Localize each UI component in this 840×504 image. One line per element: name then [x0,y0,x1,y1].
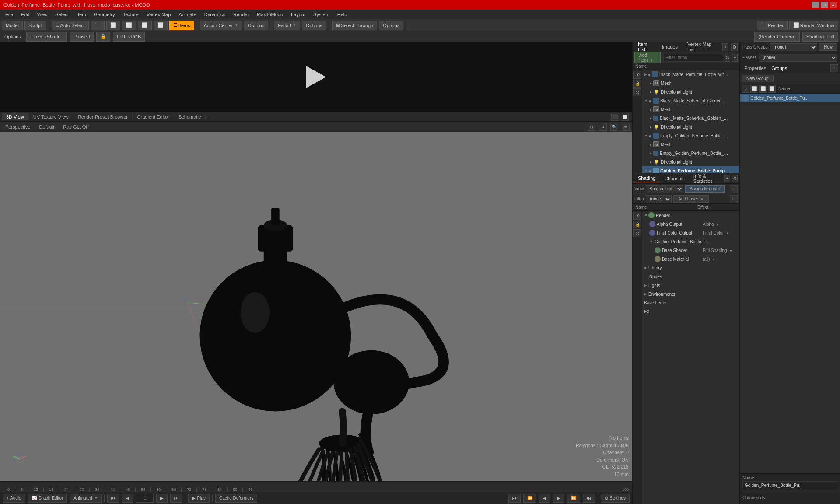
st-row-fx[interactable]: FX [642,307,739,316]
tb-icon-5[interactable]: ⬜ [154,21,168,30]
current-frame-display[interactable]: 0 [136,494,154,503]
sh-vi-1[interactable]: 👁 [634,212,641,220]
sculpt-btn[interactable]: Sculpt [24,21,46,30]
tb-icon-1[interactable]: ⬛ [91,21,105,30]
options-tab[interactable]: Options [2,33,24,40]
filter-s-btn[interactable]: S [724,54,731,62]
shading-expand-btn[interactable]: + [724,175,730,182]
shading-btn[interactable]: Shading: Full [802,32,838,42]
group-name-input[interactable] [742,481,837,489]
st-row-nodes[interactable]: Nodes [642,272,739,281]
st-row-golden-mat[interactable]: ▼ Golden_Perfume_Bottle_P... [642,237,739,246]
tab-images[interactable]: Images [658,43,681,51]
menu-maxtomodo[interactable]: MaxToModo [253,11,287,18]
preview-area[interactable] [0,42,632,112]
frame-prev-btn[interactable]: ◀ [122,494,133,503]
item-row-empty-golden[interactable]: ▼ ● Empty_Golden_Perfume_Bottle_with_Ho.… [642,131,739,140]
perspective-label[interactable]: Perspective [3,123,33,130]
menu-view[interactable]: View [34,11,51,18]
menu-geometry[interactable]: Geometry [90,11,118,18]
passes-select[interactable]: (none) [759,54,837,62]
shading-f-btn[interactable]: F [730,185,738,193]
groups-expand-btn[interactable]: + [830,64,838,72]
viewport-settings-4[interactable]: ⚙ [622,123,630,131]
shader-tree-content[interactable]: 👁 🔒 ◎ ▼ Render [633,211,739,504]
item-row-dirlight-1[interactable]: ● 💡 Directional Light [642,88,739,96]
st-row-library[interactable]: ▶ Library [642,263,739,272]
play-btn[interactable]: ▶ Play [188,494,209,503]
render-expand[interactable]: ▼ [644,213,648,217]
audio-btn[interactable]: ♪ Audio [3,494,25,503]
transport-icon-3[interactable]: ◀ [539,494,550,503]
new-group-btn[interactable]: New Group [742,75,774,82]
transport-icon-2[interactable]: ⏪ [523,494,536,503]
expand-arrow-4[interactable]: ▼ [644,168,648,173]
transport-icon-1[interactable]: ⏮ [508,494,521,503]
item-row-black-matte[interactable]: ▶ ● Black_Matte_Perfume_Bottle_with_Sli.… [642,70,739,79]
menu-dynamics[interactable]: Dynamics [201,11,229,18]
viewport-icon-2[interactable]: ⬜ [621,113,629,121]
tab-3d-view[interactable]: 3D View [2,113,29,120]
tb-icon-2[interactable]: ⬜ [106,21,120,30]
gs-icon-4[interactable]: ⬜ [768,85,776,93]
shader-tree-select[interactable]: Shader Tree [646,185,683,193]
minimize-button[interactable]: ─ [812,2,819,8]
item-list-content[interactable]: 👁 🔒 ◎ ▶ ● Black_Matte_Perfume_Bottle_wit… [633,70,739,173]
ray-gl-label[interactable]: Ray GL: Off [60,123,91,130]
cache-deformers-btn[interactable]: Cache Deformers [215,494,257,503]
filter-f2-btn[interactable]: F [730,195,738,203]
panel-settings-btn[interactable]: ⚙ [731,43,738,51]
item-row-dirlight-2[interactable]: ● 💡 Directional Light [642,122,739,131]
play-button[interactable] [303,64,329,90]
environments-expand[interactable]: ▶ [644,292,648,296]
menu-item[interactable]: Item [73,11,89,18]
menu-texture[interactable]: Texture [119,11,142,18]
pass-groups-select[interactable]: (none) [770,43,817,51]
menu-system[interactable]: System [310,11,333,18]
group-row-golden[interactable]: Golden_Perfume_Bottle_Pu... [740,94,840,102]
item-row-mesh-3[interactable]: ● M Mesh [642,140,739,149]
render-window-btn[interactable]: ⬜ Render Window [789,21,838,30]
transport-icon-6[interactable]: ⏭ [583,494,595,503]
options-1-btn[interactable]: Options [244,21,268,30]
vi-sel[interactable]: ◎ [634,88,641,96]
gs-icon-1[interactable]: ○ [742,85,749,93]
close-button[interactable]: ✕ [830,2,836,8]
tab-properties[interactable]: Properties [742,65,769,72]
menu-help[interactable]: Help [334,11,351,18]
action-center-btn[interactable]: Action Center ▼ [200,21,242,30]
vi-lock[interactable]: 🔒 [634,80,641,88]
st-row-lights[interactable]: ▶ Lights [642,281,739,290]
menu-animate[interactable]: Animate [175,11,200,18]
tab-schematic[interactable]: Schematic [174,113,206,120]
st-row-final-color[interactable]: Final Color Output Final Color ▼ [642,228,739,237]
settings-btn[interactable]: ⚙ Settings [601,494,630,503]
falloff-btn[interactable]: Falloff ▼ [274,21,300,30]
sh-vi-2[interactable]: 🔒 [634,220,641,228]
tab-vertex-map-list[interactable]: Vertex Map List [684,41,717,54]
assign-material-btn[interactable]: Assign Material [685,185,724,192]
viewport-settings-3[interactable]: 🔍 [610,123,618,131]
panel-expand-btn[interactable]: + [722,43,729,51]
graph-editor-btn[interactable]: 📈 Graph Editor [28,494,67,503]
expand-arrow-3[interactable]: ▼ [644,133,648,138]
st-row-base-shader[interactable]: Base Shader Full Shading ▼ [642,246,739,255]
effect-btn[interactable]: Effect: (Shadi... [26,32,67,42]
options-3-btn[interactable]: Options [379,21,403,30]
model-btn[interactable]: Model [2,21,23,30]
lut-btn[interactable]: LUT: sRGB [113,32,145,42]
vi-eye[interactable]: 👁 [634,71,641,79]
menu-file[interactable]: File [2,11,17,18]
frame-next-btn[interactable]: ▶ [156,494,168,503]
tab-shading[interactable]: Shading [634,175,659,182]
sh-vi-3[interactable]: ◎ [634,229,641,237]
options-2-btn[interactable]: Options [302,21,326,30]
auto-select-btn[interactable]: ⊡ Auto Select [52,21,89,30]
tab-groups[interactable]: Groups [769,65,790,72]
transport-icon-4[interactable]: ▶ [553,494,564,503]
frame-start-btn[interactable]: ⏮ [107,494,119,503]
tab-gradient-editor[interactable]: Gradient Editor [133,113,174,120]
groups-content[interactable]: Golden_Perfume_Bottle_Pu... [740,94,840,473]
add-item-button[interactable]: Add Item ▼ [634,52,661,64]
st-row-environments[interactable]: ▶ Environments [642,290,739,298]
